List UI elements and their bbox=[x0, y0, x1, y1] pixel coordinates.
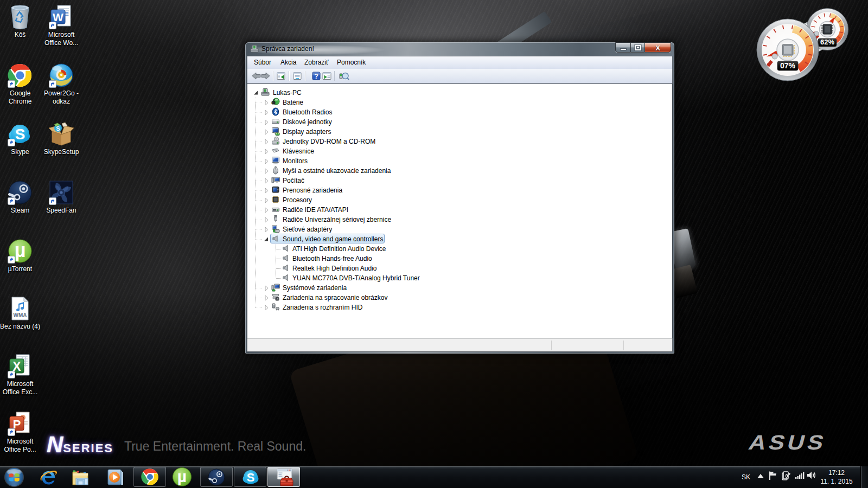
svg-text:S: S bbox=[247, 471, 255, 484]
svg-text:07%: 07% bbox=[780, 61, 796, 70]
svg-text:µ: µ bbox=[177, 467, 187, 485]
svg-text:?: ? bbox=[314, 73, 318, 80]
svg-text:S: S bbox=[15, 126, 25, 143]
svg-text:µ: µ bbox=[15, 239, 26, 261]
svg-text:62%: 62% bbox=[820, 38, 834, 46]
svg-text:WMA: WMA bbox=[14, 312, 27, 318]
